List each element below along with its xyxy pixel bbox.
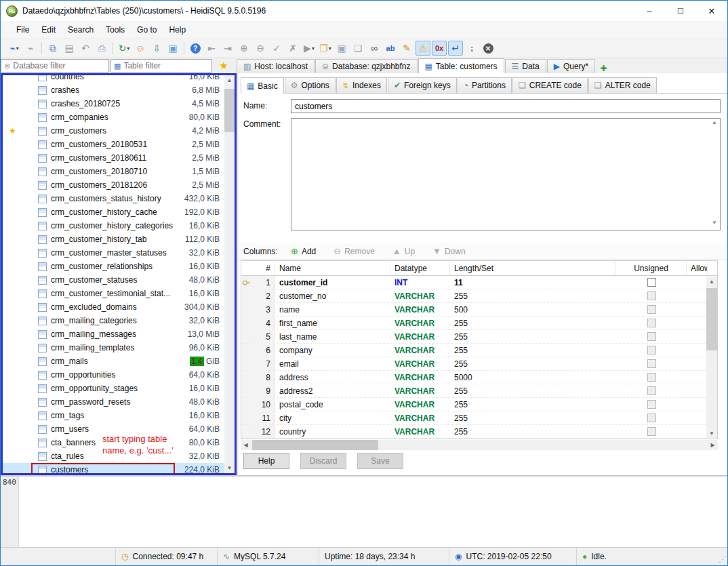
paste-icon[interactable]: ▤ [62, 41, 77, 56]
tab-query[interactable]: ▶Query* [547, 59, 596, 73]
grid-horizontal-scrollbar[interactable]: ◀ ▶ [241, 440, 718, 450]
tree-item-countries[interactable]: countries16,0 KiB [3, 75, 235, 83]
unsigned-checkbox[interactable] [647, 291, 656, 300]
remove-column-button[interactable]: ⊖Remove [333, 246, 375, 256]
grid-header-length-set[interactable]: Length/Set [450, 261, 616, 275]
insert-record-icon[interactable]: ⊕ [237, 41, 251, 56]
scroll-up-icon[interactable]: ▲ [710, 119, 719, 129]
tree-item-crm_excluded_domains[interactable]: crm_excluded_domains304,0 KiB [3, 300, 235, 314]
column-row-postal_code[interactable]: 10postal_codeVARCHAR255 [241, 398, 717, 411]
delimiter-icon[interactable]: ; [464, 41, 479, 56]
warn-unsafe-toggle-icon[interactable]: ⚠ [416, 41, 430, 56]
dropdown-arrow-icon[interactable]: ▾ [127, 45, 129, 52]
find-text-icon[interactable]: ∞ [367, 41, 382, 56]
scroll-right-icon[interactable]: ▶ [708, 440, 718, 450]
unsigned-checkbox[interactable] [647, 386, 656, 395]
replace-text-icon[interactable]: ab [383, 41, 398, 56]
first-record-icon[interactable]: ⇤ [204, 41, 219, 56]
tree-item-crm_opportunity_stages[interactable]: crm_opportunity_stages16,0 KiB [3, 382, 235, 395]
scroll-down-icon[interactable]: ▼ [710, 220, 719, 229]
column-row-first_name[interactable]: 4first_nameVARCHAR255 [241, 317, 717, 330]
tree-item-crm_customer_statuses[interactable]: crm_customer_statuses48,0 KiB [3, 273, 235, 287]
tree-item-crm_customer_relationships[interactable]: crm_customer_relationships16,0 KiB [3, 260, 235, 273]
refresh-icon[interactable]: ↻▾ [117, 41, 132, 56]
column-row-email[interactable]: 7emailVARCHAR255 [241, 357, 717, 371]
user-manager-icon[interactable]: ☺ [133, 41, 148, 56]
save-sql-icon[interactable]: ▣ [334, 41, 349, 56]
unsigned-checkbox[interactable] [647, 346, 656, 355]
unsigned-checkbox[interactable] [647, 427, 656, 436]
menu-item-file[interactable]: File [10, 22, 35, 37]
tree-item-crm_customers[interactable]: ★crm_customers4,2 MiB [3, 124, 235, 138]
grid-vertical-scrollbar[interactable]: ▲ ▼ [706, 277, 717, 439]
menu-item-help[interactable]: Help [163, 22, 192, 37]
tab-data[interactable]: ☰Data [505, 59, 546, 73]
last-record-icon[interactable]: ⇥ [220, 41, 235, 56]
tree-item-customers[interactable]: customers224,0 KiB [3, 463, 235, 473]
unsigned-checkbox[interactable] [647, 278, 656, 287]
menu-item-tools[interactable]: Tools [100, 22, 131, 37]
tree-item-crm_customers_20180531[interactable]: crm_customers_201805312,5 MiB [3, 138, 235, 151]
stop-icon[interactable]: ✕ [481, 41, 496, 56]
connect-icon[interactable]: ⌁▾ [7, 41, 22, 56]
scroll-down-icon[interactable]: ▼ [224, 463, 235, 473]
unsigned-checkbox[interactable] [647, 373, 656, 382]
tree-item-crm_mailing_messages[interactable]: crm_mailing_messages13,0 MiB [3, 327, 235, 341]
disconnect-icon[interactable]: ⌁ [23, 41, 38, 56]
grid-header-name[interactable]: Name [275, 261, 390, 275]
column-row-country[interactable]: 12countryVARCHAR255 [241, 425, 717, 439]
tree-item-crm_customers_20180611[interactable]: crm_customers_201806112,5 MiB [3, 151, 235, 165]
post-changes-icon[interactable]: ✓ [269, 41, 284, 56]
reformat-sql-icon[interactable]: ✎ [399, 41, 414, 56]
menu-item-edit[interactable]: Edit [35, 22, 62, 37]
unsigned-checkbox[interactable] [647, 400, 656, 409]
tree-item-crm_mailing_templates[interactable]: crm_mailing_templates96,0 KiB [3, 341, 235, 355]
table-name-input[interactable] [291, 99, 721, 113]
unsigned-checkbox[interactable] [647, 305, 656, 314]
menu-item-search[interactable]: Search [62, 22, 100, 37]
column-row-last_name[interactable]: 5last_nameVARCHAR255 [241, 330, 717, 344]
unsigned-checkbox[interactable] [647, 319, 656, 327]
add-column-button[interactable]: ⊕Add [291, 246, 316, 256]
unsigned-checkbox[interactable] [647, 413, 656, 422]
tree-item-crm_tags[interactable]: crm_tags16,0 KiB [3, 409, 235, 422]
load-sql-file-icon[interactable]: ❐▾ [318, 41, 333, 56]
tab-indexes[interactable]: ↯Indexes [336, 77, 387, 93]
wrap-lines-toggle-icon[interactable]: ↵ [448, 41, 463, 56]
maximize-button[interactable]: ☐ [665, 1, 696, 21]
table-filter-input[interactable] [123, 61, 209, 70]
delete-record-icon[interactable]: ⊖ [253, 41, 268, 56]
tree-scrollbar[interactable]: ▲ ▼ [224, 75, 235, 473]
column-row-customer_no[interactable]: 2customer_noVARCHAR255 [241, 289, 717, 303]
execute-sql-icon[interactable]: ▶▾ [302, 41, 317, 56]
tree-item-crm_mailing_categories[interactable]: crm_mailing_categories32,0 KiB [3, 314, 235, 327]
tree-item-crm_customer_testimonial_stat[interactable]: crm_customer_testimonial_stat...16,0 KiB [3, 287, 235, 300]
tab-create-code[interactable]: ❏CREATE code [512, 77, 588, 93]
tree-item-crashes_20180725[interactable]: crashes_201807254,5 MiB [3, 97, 235, 110]
tab-foreign-keys[interactable]: ✔Foreign keys [388, 77, 457, 93]
favorites-star-icon[interactable]: ★ [214, 60, 234, 72]
blob-editor-icon[interactable]: ▣ [165, 41, 180, 56]
dropdown-arrow-icon[interactable]: ▾ [16, 45, 19, 52]
move-up-button[interactable]: ▲Up [392, 246, 415, 256]
scroll-up-icon[interactable]: ▲ [706, 277, 717, 287]
tree-item-crm_companies[interactable]: crm_companies80,0 KiB [3, 110, 235, 124]
column-row-name[interactable]: 3nameVARCHAR500 [241, 303, 717, 317]
tab-alter-code[interactable]: ❏ALTER code [588, 77, 657, 93]
grid-header--[interactable]: # [241, 261, 275, 275]
discard-button[interactable]: Discard [300, 453, 346, 469]
comment-textarea[interactable]: ▲ ▼ [291, 118, 721, 230]
tab-table[interactable]: ▦Table: customers [418, 58, 504, 73]
tab-host[interactable]: ▥Host: localhost [237, 59, 315, 73]
tree-item-crm_customer_history_tab[interactable]: crm_customer_history_tab112,0 KiB [3, 233, 235, 246]
tree-item-crm_customer_master_statuses[interactable]: crm_customer_master_statuses32,0 KiB [3, 246, 235, 260]
tab-basic[interactable]: ▦Basic [241, 77, 284, 94]
menu-item-go-to[interactable]: Go to [131, 22, 163, 37]
resize-grip[interactable]: ⋰ [719, 555, 726, 564]
tree-item-crm_opportunities[interactable]: crm_opportunities64,0 KiB [3, 368, 235, 382]
dropdown-arrow-icon[interactable]: ▾ [329, 45, 331, 52]
save-button[interactable]: Save [357, 453, 403, 469]
tree-item-crm_customers_20180710[interactable]: crm_customers_201807101,5 MiB [3, 165, 235, 178]
scroll-down-icon[interactable]: ▼ [706, 428, 717, 439]
tree-item-crm_customer_history_categories[interactable]: crm_customer_history_categories16,0 KiB [3, 219, 235, 233]
